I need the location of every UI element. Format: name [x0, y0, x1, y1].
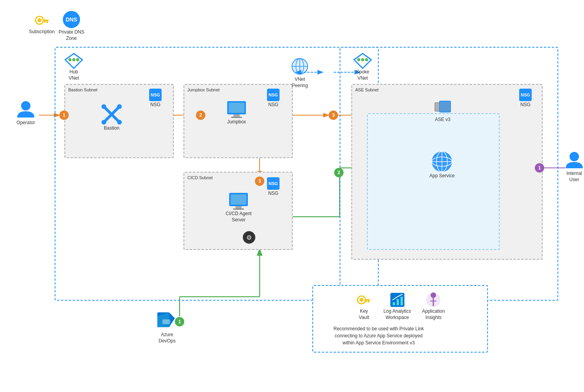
nsg3-icon: NSG NSG — [266, 176, 280, 197]
svg-rect-41 — [233, 114, 240, 117]
svg-rect-40 — [229, 103, 244, 113]
ase-v3-icon: ASE v3 — [433, 100, 452, 123]
step-2-green: 2 — [334, 168, 344, 177]
svg-point-58 — [361, 58, 364, 61]
cicd-agent-icon: CI/CD Agent Server — [226, 191, 252, 223]
svg-text:NSG: NSG — [521, 93, 530, 97]
spoke-vnet-icon: Spoke VNet — [353, 53, 372, 81]
svg-rect-78 — [368, 301, 369, 303]
nsg1-icon: NSG NSG — [148, 88, 162, 108]
nsg4-icon: NSG NSG — [518, 88, 532, 108]
svg-text:NSG: NSG — [151, 93, 160, 97]
step-1-orange: 1 — [59, 110, 69, 120]
jumpbox-icon: Jumpbox — [226, 100, 247, 125]
svg-rect-46 — [231, 194, 246, 205]
svg-rect-74 — [162, 319, 170, 324]
svg-rect-63 — [440, 101, 450, 112]
github-icon: ⚙ — [242, 230, 256, 244]
svg-rect-20 — [43, 20, 49, 21]
ase-v3-box — [367, 113, 500, 250]
svg-rect-22 — [44, 21, 46, 23]
step-2-orange: 2 — [196, 110, 205, 120]
svg-point-85 — [431, 292, 436, 298]
svg-point-36 — [117, 120, 122, 125]
svg-rect-81 — [393, 302, 395, 305]
svg-point-57 — [357, 58, 360, 61]
key-vault-legend-icon: Key Vault — [355, 291, 372, 321]
app-insights-legend-icon: Application Insights — [422, 291, 445, 321]
azure-devops-icon: Azure DevOps — [155, 308, 179, 344]
private-dns-icon: DNS Private DNS Zone — [59, 10, 84, 41]
svg-rect-77 — [365, 299, 370, 301]
svg-rect-42 — [231, 117, 242, 118]
log-analytics-legend-icon: Log Analytics Workspace — [383, 291, 411, 321]
internal-user-icon: Internal User — [564, 150, 584, 183]
svg-point-76 — [360, 298, 363, 302]
svg-rect-83 — [401, 297, 403, 305]
vnet-peering-icon: VNet Peering — [290, 58, 310, 89]
nsg2-icon: NSG NSG — [266, 88, 280, 108]
svg-point-70 — [570, 152, 579, 161]
app-service-icon: App Service — [429, 150, 455, 179]
svg-point-27 — [72, 58, 75, 61]
svg-rect-82 — [397, 299, 399, 305]
legend-box: Key Vault Log Analytics Workspace — [312, 285, 488, 353]
svg-point-59 — [365, 58, 368, 61]
svg-point-19 — [37, 18, 41, 22]
svg-rect-47 — [235, 206, 242, 208]
svg-point-26 — [68, 58, 71, 61]
legend-icons: Key Vault Log Analytics Workspace — [320, 291, 480, 321]
svg-point-34 — [117, 104, 122, 109]
svg-point-69 — [21, 101, 30, 110]
svg-text:NSG: NSG — [269, 181, 278, 186]
step-3-orange: 3 — [329, 110, 338, 120]
subscription-icon: Subscription — [29, 12, 55, 35]
svg-point-35 — [101, 120, 106, 125]
svg-rect-48 — [233, 208, 244, 210]
svg-point-33 — [101, 104, 106, 109]
hub-vnet-icon: Hub VNet — [64, 53, 83, 81]
svg-text:NSG: NSG — [269, 93, 278, 97]
svg-text:⚙: ⚙ — [246, 234, 252, 241]
svg-rect-79 — [365, 301, 367, 302]
svg-point-28 — [76, 58, 79, 61]
step-1-purple: 1 — [535, 163, 544, 173]
step-1-green: 1 — [175, 317, 184, 326]
operator-icon: Operator — [16, 100, 36, 126]
step-3b-orange: 3 — [255, 176, 264, 186]
bastion-icon: Bastion — [101, 103, 123, 132]
svg-text:DNS: DNS — [66, 16, 77, 23]
svg-rect-21 — [46, 21, 48, 23]
